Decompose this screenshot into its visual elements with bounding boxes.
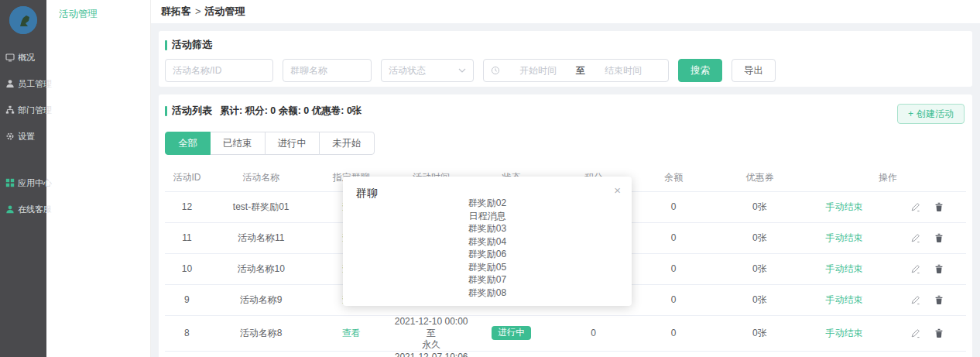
person-icon xyxy=(5,79,15,88)
manual-end-link[interactable]: 手动结束 xyxy=(826,201,863,214)
tab-in-progress[interactable]: 进行中 xyxy=(265,132,320,155)
delete-icon[interactable] xyxy=(934,264,944,274)
delete-icon[interactable] xyxy=(934,233,944,243)
secondary-sidebar: 活动管理 xyxy=(46,0,151,357)
start-time-placeholder: 开始时间 xyxy=(500,64,576,77)
activity-status-select[interactable]: 活动状态 xyxy=(381,59,474,82)
delete-icon[interactable] xyxy=(934,295,944,305)
delete-icon[interactable] xyxy=(934,328,944,338)
cell-activity-name: 活动名称11 xyxy=(209,222,314,253)
cell-activity-name: 活动名称9 xyxy=(209,284,314,315)
group-name-input[interactable] xyxy=(283,59,372,82)
cell-points: 0 xyxy=(550,351,638,357)
cell-designated-group: 查看 xyxy=(313,351,389,357)
group-chat-item: 群奖励02 xyxy=(343,197,632,210)
cell-activity-id: 11 xyxy=(165,222,209,253)
col-activity-name: 活动名称 xyxy=(209,165,314,191)
cell-coupon: 0张 xyxy=(710,315,810,351)
group-chat-item: 群奖励04 xyxy=(343,235,632,249)
activity-name-input[interactable] xyxy=(165,59,273,82)
cell-actions: 手动结束 xyxy=(810,315,966,351)
org-chart-icon xyxy=(5,105,15,115)
create-activity-button[interactable]: + 创建活动 xyxy=(897,104,965,124)
export-button[interactable]: 导出 xyxy=(732,59,776,82)
cell-activity-name: 活动名称8 xyxy=(209,315,314,351)
group-chat-item: 日程消息 xyxy=(343,210,632,223)
plus-icon: + xyxy=(908,108,913,119)
col-coupon: 优惠券 xyxy=(710,165,810,191)
topbar: 群拓客>活动管理 xyxy=(151,0,980,23)
sidebar-item-app-center[interactable]: 应用中心 xyxy=(0,175,46,191)
table-row: 7 活动名称7 查看 2021-12-07 10:06 至永久 进行中 0 0 … xyxy=(165,351,966,357)
search-button[interactable]: 搜索 xyxy=(678,59,722,82)
filter-section-title: 活动筛选 xyxy=(165,38,965,52)
cell-activity-time: 2021-12-10 00:00 至永久 xyxy=(389,315,474,351)
date-range-picker[interactable]: 开始时间 至 结束时间 xyxy=(483,59,669,82)
manual-end-link[interactable]: 手动结束 xyxy=(826,263,863,276)
app-root: 概况 员工管理 部门管理 设置 应用中心 在线客服 活动管理 群拓客>活动管理 xyxy=(0,0,980,357)
table-row: 8 活动名称8 查看 2021-12-10 00:00 至永久 进行中 0 0 … xyxy=(165,315,966,351)
tab-all[interactable]: 全部 xyxy=(165,132,211,155)
cell-points: 0 xyxy=(550,315,638,351)
manual-end-link[interactable]: 手动结束 xyxy=(826,232,863,245)
view-link[interactable]: 查看 xyxy=(342,328,361,338)
submenu-item-activity-management[interactable]: 活动管理 xyxy=(46,0,150,21)
chevron-down-icon xyxy=(458,68,466,73)
cell-activity-id: 10 xyxy=(165,253,209,284)
manual-end-link[interactable]: 手动结束 xyxy=(826,327,863,340)
col-activity-id: 活动ID xyxy=(165,165,209,191)
sidebar-item-overview[interactable]: 概况 xyxy=(0,50,46,65)
cell-activity-time: 2021-12-07 10:06 至永久 xyxy=(389,351,474,357)
app-logo xyxy=(9,6,37,34)
tab-not-started[interactable]: 未开始 xyxy=(319,132,375,155)
close-icon[interactable]: × xyxy=(614,184,621,196)
cell-balance: 0 xyxy=(638,284,710,315)
filter-row: 活动状态 开始时间 至 结束时间 搜索 导出 xyxy=(165,59,965,82)
grid-icon xyxy=(5,178,15,187)
end-time-placeholder: 结束时间 xyxy=(585,64,661,77)
edit-icon[interactable] xyxy=(910,328,920,338)
customer-service-icon xyxy=(5,204,15,214)
manual-end-link[interactable]: 手动结束 xyxy=(826,293,863,307)
edit-icon[interactable] xyxy=(910,264,920,274)
sidebar-item-department[interactable]: 部门管理 xyxy=(0,102,46,118)
group-chat-list: 群奖励02 日程消息 群奖励03 群奖励04 群奖励06 群奖励05 群奖励07… xyxy=(343,197,632,299)
section-marker xyxy=(165,40,167,50)
cell-activity-name: test-群奖励01 xyxy=(209,191,314,222)
list-title-text: 活动列表 xyxy=(172,104,212,118)
breadcrumb-current: 活动管理 xyxy=(205,5,245,17)
sidebar-item-settings[interactable]: 设置 xyxy=(0,129,46,144)
edit-icon[interactable] xyxy=(910,233,920,243)
cell-activity-id: 12 xyxy=(165,191,209,222)
status-badge: 进行中 xyxy=(492,326,531,340)
date-to-label: 至 xyxy=(576,64,585,77)
edit-icon[interactable] xyxy=(910,295,920,305)
list-header: 活动列表 累计: 积分: 0 余额: 0 优惠卷: 0张 + 创建活动 xyxy=(165,104,966,124)
group-chat-item: 群奖励06 xyxy=(343,248,632,261)
breadcrumb-root[interactable]: 群拓客 xyxy=(161,5,191,17)
primary-sidebar: 概况 员工管理 部门管理 设置 应用中心 在线客服 xyxy=(0,0,46,357)
sidebar-item-label: 部门管理 xyxy=(18,105,52,116)
monitor-icon xyxy=(5,53,15,62)
cell-coupon: 0张 xyxy=(710,191,810,222)
edit-icon[interactable] xyxy=(910,202,920,212)
logo-icon xyxy=(9,6,37,34)
group-chat-modal: 群聊 × 群奖励02 日程消息 群奖励03 群奖励04 群奖励06 群奖励05 … xyxy=(343,177,632,306)
group-chat-item: 群奖励05 xyxy=(343,261,632,274)
breadcrumb: 群拓客>活动管理 xyxy=(161,5,245,19)
sidebar-item-label: 在线客服 xyxy=(18,204,52,215)
sidebar-item-online-service[interactable]: 在线客服 xyxy=(0,201,46,217)
cell-actions: 手动结束 xyxy=(810,222,966,253)
sidebar-item-label: 员工管理 xyxy=(18,78,52,90)
gear-icon xyxy=(5,132,15,141)
sidebar-item-staff[interactable]: 员工管理 xyxy=(0,76,46,91)
filter-panel: 活动筛选 活动状态 开始时间 至 结束时间 搜索 导出 xyxy=(159,31,972,87)
clock-icon xyxy=(491,66,500,75)
tab-ended[interactable]: 已结束 xyxy=(210,132,266,155)
cell-balance: 0 xyxy=(638,315,710,351)
section-marker xyxy=(165,106,167,116)
cell-activity-id: 9 xyxy=(165,284,209,315)
list-section-title: 活动列表 累计: 积分: 0 余额: 0 优惠卷: 0张 xyxy=(165,104,362,118)
cell-status: 进行中 xyxy=(473,351,549,357)
delete-icon[interactable] xyxy=(934,202,944,212)
